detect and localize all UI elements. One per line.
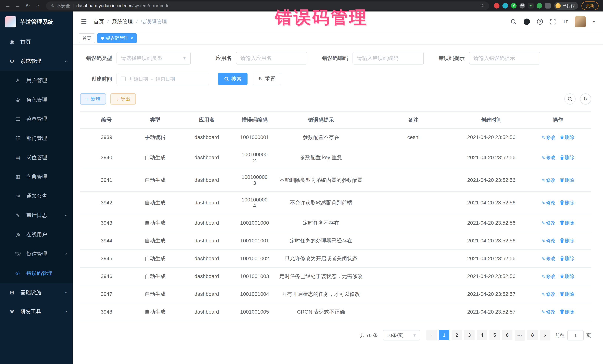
bookmark-star-icon[interactable]: ☆	[480, 3, 485, 9]
add-button[interactable]: + 新增	[80, 93, 106, 105]
leaf-extension-icon[interactable]	[537, 3, 542, 9]
cell-hint: 不允许获取敏感配置到前端	[273, 191, 369, 214]
sidebar-item-user[interactable]: ♙用户管理	[0, 71, 73, 90]
users-extension-icon[interactable]	[520, 3, 525, 9]
cell-time: 2021-04-20 23:52:56	[458, 128, 525, 146]
export-button[interactable]: ↓ 导出	[110, 93, 136, 105]
edit-link[interactable]: ✎修改	[541, 274, 556, 279]
edit-link[interactable]: ✎修改	[541, 291, 556, 297]
pagination: 共 76 条 10条/页 ▼ ‹ 123456•••8 › 前往 页	[80, 330, 591, 341]
hamburger-icon[interactable]: ☰	[81, 18, 87, 26]
page-size-select[interactable]: 10条/页 ▼	[383, 330, 420, 341]
sidebar-item-dept[interactable]: ☷部门管理	[0, 129, 73, 148]
page-button-1[interactable]: 1	[439, 330, 449, 340]
tab-error-code[interactable]: 错误码管理 ×	[97, 33, 137, 43]
record-extension-icon[interactable]	[494, 3, 499, 9]
font-size-icon[interactable]: TT	[563, 19, 568, 25]
search-button[interactable]: 搜索	[218, 73, 247, 85]
edit-link[interactable]: ✎修改	[541, 155, 556, 160]
forward-icon[interactable]: →	[14, 3, 21, 9]
delete-icon	[560, 309, 565, 315]
page-button-8[interactable]: 8	[527, 330, 538, 340]
profile-paused-badge[interactable]: 已暂停	[554, 2, 578, 10]
puzzle-extension-icon[interactable]	[545, 3, 551, 9]
sidebar-item-devtools[interactable]: ⚒研发工具›	[0, 302, 73, 321]
help-icon[interactable]: ?	[537, 19, 543, 25]
github-icon[interactable]	[524, 19, 530, 25]
edit-link[interactable]: ✎修改	[541, 200, 556, 206]
top-header: ☰ 首页 / 系统管理 / 错误码管理 ?	[73, 11, 603, 32]
sidebar-item-dict[interactable]: ▦字典管理	[0, 167, 73, 187]
cell-type: 自动生成	[133, 267, 177, 285]
delete-link[interactable]: 删除	[560, 134, 574, 140]
delete-link[interactable]: 删除	[560, 238, 574, 243]
page-button-3[interactable]: 3	[464, 330, 475, 340]
sidebar-item-audit-log[interactable]: ✎审计日志›	[0, 206, 73, 225]
page-button-4[interactable]: 4	[477, 330, 487, 340]
dict-icon: ▦	[14, 174, 22, 180]
sidebar-item-system[interactable]: ⚙系统管理›	[0, 52, 73, 71]
delete-link[interactable]: 删除	[560, 274, 574, 279]
refresh-icon[interactable]: ↻	[24, 3, 31, 9]
edit-link[interactable]: ✎修改	[541, 238, 556, 243]
delete-link[interactable]: 删除	[560, 177, 574, 183]
sidebar-item-infra[interactable]: ⊞基础设施›	[0, 283, 73, 302]
page-button-6[interactable]: 6	[502, 330, 512, 340]
browser-update-button[interactable]: 更新	[581, 1, 599, 10]
dropper-extension-icon[interactable]	[502, 3, 508, 9]
delete-link[interactable]: 删除	[560, 309, 574, 315]
chevron-down-icon: ›	[63, 292, 69, 293]
sidebar-item-menu[interactable]: ☰菜单管理	[0, 109, 73, 129]
error-code-input[interactable]	[357, 55, 419, 61]
back-icon[interactable]: ←	[4, 3, 11, 9]
delete-link[interactable]: 删除	[560, 155, 574, 160]
date-range-picker[interactable]: 开始日期 - 结束日期	[116, 73, 209, 85]
edit-link[interactable]: ✎修改	[541, 309, 556, 315]
edit-link[interactable]: ✎修改	[541, 220, 556, 226]
chevron-down-icon: ▼	[413, 333, 416, 338]
onetab-extension-icon[interactable]: on	[528, 3, 533, 9]
tab-close-icon[interactable]: ×	[131, 36, 133, 41]
delete-link[interactable]: 删除	[560, 200, 574, 206]
error-hint-input[interactable]	[474, 55, 536, 61]
home-icon[interactable]: ⌂	[35, 3, 41, 9]
delete-link[interactable]: 删除	[560, 291, 574, 297]
sidebar-item-home[interactable]: ◉首页	[0, 32, 73, 52]
page-button-2[interactable]: 2	[452, 330, 462, 340]
breadcrumb-home[interactable]: 首页	[93, 18, 104, 25]
sidebar-item-notice[interactable]: ✉通知公告	[0, 187, 73, 206]
v-extension-icon[interactable]: V	[511, 3, 517, 9]
edit-link[interactable]: ✎修改	[541, 177, 556, 183]
fullscreen-icon[interactable]	[550, 19, 556, 24]
sidebar-item-post[interactable]: ▤岗位管理	[0, 148, 73, 167]
app-logo[interactable]: 芋道管理系统	[0, 11, 73, 32]
edit-link[interactable]: ✎修改	[541, 134, 556, 140]
edit-icon: ✎	[541, 238, 545, 243]
edit-icon: ✎	[541, 155, 545, 160]
edit-icon: ✎	[541, 135, 545, 140]
page-ellipsis[interactable]: •••	[515, 330, 525, 341]
error-type-select[interactable]: 请选择错误码类型 ▼	[116, 52, 191, 65]
app-name-input[interactable]	[241, 55, 303, 61]
next-page-button[interactable]: ›	[540, 330, 550, 341]
page-button-5[interactable]: 5	[489, 330, 500, 340]
reset-button[interactable]: ↻ 重置	[253, 73, 281, 85]
prev-page-button[interactable]: ‹	[426, 330, 437, 341]
chevron-down-icon[interactable]: ▾	[593, 20, 595, 24]
breadcrumb-system[interactable]: 系统管理	[112, 18, 133, 25]
sidebar-item-role[interactable]: ♔角色管理	[0, 90, 73, 109]
delete-link[interactable]: 删除	[560, 220, 574, 226]
address-bar[interactable]: ⚠ 不安全 | dashboard.yudao.iocoder.cn/syste…	[46, 1, 489, 10]
delete-link[interactable]: 删除	[560, 256, 574, 261]
show-search-toggle-button[interactable]	[564, 93, 576, 105]
table-toolbar: + 新增 ↓ 导出 ↻	[80, 93, 591, 105]
sidebar-item-sms[interactable]: ☏短信管理›	[0, 244, 73, 264]
refresh-table-button[interactable]: ↻	[580, 93, 591, 105]
search-icon[interactable]	[510, 19, 517, 25]
user-avatar[interactable]	[575, 16, 586, 27]
sidebar-item-online-user[interactable]: ◎在线用户	[0, 225, 73, 244]
goto-page-input[interactable]	[567, 330, 584, 341]
tab-home[interactable]: 首页	[79, 33, 95, 43]
sidebar-item-error-code[interactable]: ‹/›错误码管理	[0, 264, 73, 283]
edit-link[interactable]: ✎修改	[541, 256, 556, 261]
